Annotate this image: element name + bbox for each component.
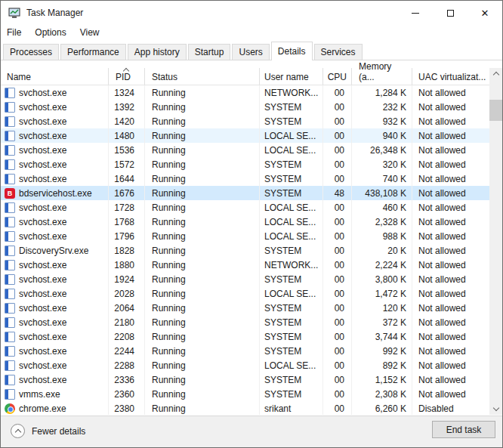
tab-app-history[interactable]: App history (128, 44, 187, 60)
table-row[interactable]: svchost.exe1480RunningLOCAL SE...00940 K… (1, 128, 489, 143)
table-row[interactable]: svchost.exe1324RunningNETWORK...001,284 … (1, 85, 489, 100)
tab-performance[interactable]: Performance (60, 44, 126, 60)
table-row[interactable]: svchost.exe1420RunningSYSTEM00932 KNot a… (1, 114, 489, 128)
cell-pid: 1880 (109, 258, 145, 272)
cell-text: svchost.exe (19, 145, 66, 156)
scroll-down-button[interactable] (489, 401, 502, 414)
table-row[interactable]: svchost.exe1728RunningLOCAL SE...00460 K… (1, 200, 489, 215)
end-task-button[interactable]: End task (432, 421, 495, 438)
cell-cpu: 00 (323, 387, 352, 401)
cell-status: Running (145, 243, 260, 258)
table-row[interactable]: svchost.exe1880RunningNETWORK...002,224 … (1, 258, 489, 272)
menu-view[interactable]: View (80, 26, 106, 39)
cell-text: 48 (335, 188, 344, 199)
table-row[interactable]: svchost.exe1392RunningSYSTEM00232 KNot a… (1, 100, 489, 114)
column-header-cpu[interactable]: CPU (323, 68, 352, 85)
cell-text: 940 K (383, 131, 406, 141)
close-button[interactable]: ✕ (468, 1, 502, 25)
cell-status: Running (145, 143, 260, 157)
cell-cpu: 00 (323, 258, 352, 272)
column-header-user-name[interactable]: User name (260, 68, 323, 85)
cell-memory: 2,328 K (352, 215, 412, 229)
cell-text: 00 (335, 131, 344, 141)
table-row[interactable]: svchost.exe1924RunningSYSTEM003,800 KNot… (1, 272, 489, 286)
cell-text: 988 K (383, 231, 406, 242)
cell-text: Not allowed (418, 116, 466, 127)
table-row[interactable]: svchost.exe2180RunningSYSTEM00372 KNot a… (1, 315, 489, 329)
minimize-button[interactable] (398, 1, 433, 25)
table-row[interactable]: svchost.exe1536RunningLOCAL SE...0026,34… (1, 143, 489, 157)
menu-bar: FileOptionsView (1, 25, 502, 40)
cell-status: Running (145, 128, 260, 143)
cell-uac: Not allowed (412, 114, 489, 128)
cell-uac: Not allowed (412, 243, 489, 258)
tab-startup[interactable]: Startup (188, 44, 231, 60)
menu-options[interactable]: Options (35, 26, 73, 39)
cell-uac: Not allowed (412, 85, 489, 100)
cell-text: svchost.exe (19, 289, 66, 299)
column-header-memory-a[interactable]: Memory (a... (352, 68, 412, 85)
cell-name: Bbdservicehost.exe (1, 186, 109, 200)
maximize-icon (447, 10, 454, 17)
cell-text: svchost.exe (19, 231, 66, 242)
cell-name: chrome.exe (1, 401, 109, 415)
cell-memory: 2,224 K (352, 258, 412, 272)
cell-pid: 1796 (109, 229, 145, 243)
column-header-name[interactable]: Name (1, 68, 109, 85)
chrome-process-icon (5, 403, 15, 414)
table-row[interactable]: svchost.exe2028RunningLOCAL SE...001,472… (1, 286, 489, 301)
tab-users[interactable]: Users (232, 44, 269, 60)
tab-services[interactable]: Services (314, 44, 363, 60)
maximize-button[interactable] (433, 1, 468, 25)
cell-pid: 1768 (109, 215, 145, 229)
cell-uac: Not allowed (412, 344, 489, 358)
table-row[interactable]: svchost.exe2336RunningSYSTEM001,152 KNot… (1, 372, 489, 387)
table-row[interactable]: chrome.exe2380Runningsrikant006,260 KDis… (1, 401, 489, 415)
cell-cpu: 00 (323, 85, 352, 100)
tab-processes[interactable]: Processes (3, 44, 59, 60)
vertical-scrollbar[interactable] (489, 68, 502, 415)
footer-bar: Fewer details End task (1, 416, 502, 447)
tab-details[interactable]: Details (271, 42, 313, 60)
cell-memory: 932 K (352, 114, 412, 128)
cell-text: svchost.exe (19, 317, 66, 328)
scroll-up-button[interactable] (489, 68, 502, 81)
table-row[interactable]: svchost.exe1796RunningLOCAL SE...00988 K… (1, 229, 489, 243)
cell-text: Running (152, 102, 186, 113)
cell-memory: 988 K (352, 229, 412, 243)
table-row[interactable]: svchost.exe2244RunningSYSTEM00992 KNot a… (1, 344, 489, 358)
cell-text: Running (152, 116, 186, 127)
cell-memory: 2,308 K (352, 387, 412, 401)
table-row[interactable]: svchost.exe2064RunningSYSTEM00120 KNot a… (1, 301, 489, 315)
cell-status: Running (145, 286, 260, 301)
cell-user: SYSTEM (260, 243, 323, 258)
cell-text: 1796 (114, 231, 134, 242)
scrollbar-thumb[interactable] (489, 100, 502, 121)
cell-text: 892 K (383, 360, 406, 371)
fewer-details-toggle[interactable]: Fewer details (11, 424, 85, 438)
table-row[interactable]: svchost.exe2208RunningSYSTEM003,744 KNot… (1, 329, 489, 344)
column-header-pid[interactable]: PID (109, 68, 145, 85)
cell-cpu: 00 (323, 315, 352, 329)
table-row[interactable]: svchost.exe1572RunningSYSTEM00320 KNot a… (1, 157, 489, 171)
table-row[interactable]: vmms.exe2360RunningSYSTEM002,308 KNot al… (1, 387, 489, 401)
column-header-uac-virtualizat[interactable]: UAC virtualizat... (412, 68, 489, 85)
column-header-status[interactable]: Status (145, 68, 260, 85)
table-row[interactable]: DiscoverySrv.exe1828RunningSYSTEM0020 KN… (1, 243, 489, 258)
cell-text: 00 (335, 174, 344, 184)
cell-text: SYSTEM (264, 317, 301, 328)
cell-text: svchost.exe (19, 131, 66, 141)
table-row[interactable]: svchost.exe2288RunningLOCAL SE...00892 K… (1, 358, 489, 372)
table-row[interactable]: svchost.exe1644RunningSYSTEM00740 KNot a… (1, 171, 489, 186)
menu-file[interactable]: File (7, 26, 28, 39)
cell-text: 2,328 K (375, 217, 406, 227)
table-row[interactable]: Bbdservicehost.exe1676RunningSYSTEM48438… (1, 186, 489, 200)
cell-text: svchost.exe (19, 346, 66, 357)
cell-user: SYSTEM (260, 329, 323, 344)
cell-user: LOCAL SE... (260, 286, 323, 301)
exe-process-icon (5, 116, 15, 127)
cell-text: LOCAL SE... (264, 231, 316, 242)
cell-text: Not allowed (418, 274, 466, 285)
cell-text: 1392 (114, 102, 134, 113)
table-row[interactable]: svchost.exe1768RunningLOCAL SE...002,328… (1, 215, 489, 229)
